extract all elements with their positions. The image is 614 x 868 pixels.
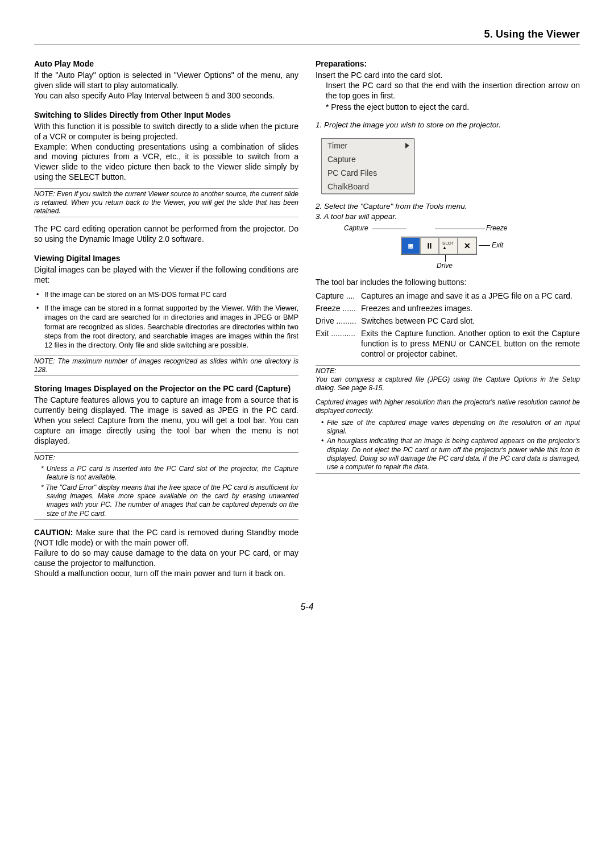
menu-label: Timer (327, 141, 347, 150)
store-note-hdr: NOTE: (34, 454, 298, 462)
step-3: 3. A tool bar will appear. (316, 212, 580, 222)
note-p1: You can compress a captured file (JPEG) … (316, 375, 580, 392)
page-number: 5-4 (34, 602, 580, 612)
prep-p3: * Press the eject button to eject the ca… (316, 102, 580, 113)
rule (316, 365, 580, 366)
left-column: Auto Play Mode If the "Auto Play" option… (34, 55, 298, 579)
menu-label: PC Card Files (327, 168, 377, 177)
def-label: Drive ......... (316, 316, 361, 326)
rule (34, 452, 298, 453)
viewing-body: Digital images can be played with the Vi… (34, 265, 298, 286)
storing-body: The Capture features allows you to captu… (34, 395, 298, 447)
slot-icon: SLOT▲ (439, 237, 458, 254)
menu-item-pc-card-files: PC Card Files (322, 166, 414, 180)
list-item: * Unless a PC card is inserted into the … (41, 465, 298, 482)
def-value: Freezes and unfreezes images. (361, 304, 580, 314)
def-row: Capture .... Captures an image and save … (316, 291, 580, 301)
caution-body: Make sure that the PC card is removed du… (34, 528, 298, 578)
label-capture: Capture (344, 224, 368, 232)
list-item: * The "Card Error" display means that th… (41, 483, 298, 518)
def-value: Exits the Capture function. Another opti… (361, 329, 580, 359)
section-title: 5. Using the Viewer (34, 28, 580, 40)
label-exit: Exit (492, 241, 503, 249)
prep-p2: Insert the PC card so that the end with … (316, 81, 580, 101)
def-label: Capture .... (316, 291, 361, 301)
step-2: 2. Select the "Capture" from the Tools m… (316, 202, 580, 212)
viewing-heading: Viewing Digital Images (34, 254, 298, 263)
toolbar-figure: Capture Freeze Exit Drive ◙ II SLOT▲ ✕ (316, 224, 580, 272)
storing-heading: Storing Images Displayed on the Projecto… (34, 384, 298, 393)
switch-body: With this function it is possible to swi… (34, 122, 298, 183)
viewing-list: If the image can be stored on an MS-DOS … (34, 290, 298, 350)
switch-after-note: The PC card editing operation cannot be … (34, 224, 298, 245)
note-list: File size of the captured image varies d… (316, 419, 580, 472)
store-note-list: * Unless a PC card is inserted into the … (34, 465, 298, 518)
leader-line (435, 229, 485, 229)
menu-label: ChalkBoard (327, 182, 369, 191)
columns: Auto Play Mode If the "Auto Play" option… (34, 55, 580, 579)
label-drive: Drive (437, 262, 453, 270)
rule (34, 217, 298, 217)
rule (34, 188, 298, 189)
def-value: Captures an image and save it as a JPEG … (361, 291, 580, 301)
def-label: Freeze ...... (316, 304, 361, 314)
leader-line (445, 255, 446, 262)
page: 5. Using the Viewer Auto Play Mode If th… (0, 0, 614, 635)
right-column: Preparations: Insert the PC card into th… (316, 55, 580, 579)
auto-play-body: If the "Auto Play" option is selected in… (34, 71, 298, 101)
menu-item-capture: Capture (322, 152, 414, 166)
rule (34, 519, 298, 520)
toolbar-intro: The tool bar includes the following butt… (316, 278, 580, 288)
leader-line (479, 245, 490, 246)
capture-toolbar: ◙ II SLOT▲ ✕ (401, 237, 477, 255)
step-1: 1. Project the image you wish to store o… (316, 121, 580, 130)
switch-heading: Switching to Slides Directly from Other … (34, 110, 298, 119)
list-item: File size of the captured image varies d… (321, 419, 580, 436)
pause-icon: II (420, 237, 439, 254)
menu-item-timer: Timer (322, 139, 414, 152)
rule (34, 375, 298, 376)
def-value: Switches between PC Card slot. (361, 316, 580, 326)
definition-list: Capture .... Captures an image and save … (316, 291, 580, 359)
note-p2: Captured images with higher resolution t… (316, 398, 580, 415)
switch-note: NOTE: Even if you switch the current Vie… (34, 190, 298, 216)
capture-icon: ◙ (401, 237, 420, 254)
rule (34, 356, 298, 356)
list-item: If the image can be stored in a format s… (44, 304, 298, 350)
label-freeze: Freeze (486, 224, 507, 232)
def-label: Exit ........... (316, 329, 361, 359)
page-header: 5. Using the Viewer (34, 28, 580, 44)
caution-block: CAUTION: Make sure that the PC card is r… (34, 528, 298, 579)
close-icon: ✕ (458, 237, 476, 254)
rule (316, 473, 580, 474)
note-hdr: NOTE: (316, 367, 580, 375)
list-item: If the image can be stored on an MS-DOS … (44, 290, 298, 299)
menu-label: Capture (327, 155, 356, 164)
auto-play-heading: Auto Play Mode (34, 59, 298, 68)
list-item: An hourglass indicating that an image is… (321, 437, 580, 472)
menu-item-chalkboard: ChalkBoard (322, 180, 414, 193)
def-row: Drive ......... Switches between PC Card… (316, 316, 580, 326)
prep-p1: Insert the PC card into the card slot. (316, 71, 580, 81)
chevron-right-icon (405, 143, 409, 148)
preparations-heading: Preparations: (316, 59, 580, 68)
view-note: NOTE: The maximum number of images recog… (34, 357, 298, 374)
leader-line (372, 229, 406, 229)
def-row: Exit ........... Exits the Capture funct… (316, 329, 580, 359)
def-row: Freeze ...... Freezes and unfreezes imag… (316, 304, 580, 314)
tools-menu: Timer Capture PC Card Files ChalkBoard (321, 138, 414, 194)
caution-label: CAUTION: (34, 528, 73, 537)
